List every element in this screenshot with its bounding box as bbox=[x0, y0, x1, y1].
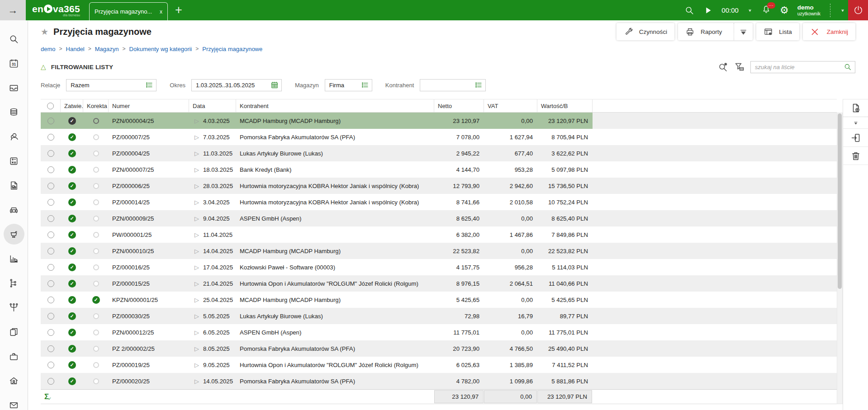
table-row[interactable]: ✓PZN/000007/25▷18.03.2025Bank Kredyt (Ba… bbox=[41, 161, 837, 178]
header-zatwierdzone[interactable]: Zatwie... bbox=[61, 99, 83, 112]
play-icon[interactable] bbox=[703, 5, 713, 15]
breadcrumb-item-1[interactable]: Handel bbox=[66, 46, 85, 52]
search-icon[interactable] bbox=[844, 63, 852, 71]
delete-button[interactable] bbox=[843, 147, 868, 165]
table-row[interactable]: ✓PZN/000009/25▷9.04.2025ASPEN GmbH (Aspe… bbox=[41, 210, 837, 226]
table-row[interactable]: ✓PZN/000004/25▷4.03.2025MCADP Hamburg (M… bbox=[41, 113, 837, 129]
open-document-button[interactable] bbox=[843, 129, 868, 147]
expand-row-icon[interactable]: ▷ bbox=[194, 134, 199, 141]
sidebar-item-vehicle[interactable] bbox=[2, 198, 26, 222]
sidebar-item-documents[interactable] bbox=[2, 320, 26, 344]
breadcrumb-item-0[interactable]: demo bbox=[41, 46, 56, 52]
expand-row-icon[interactable]: ▷ bbox=[194, 231, 199, 238]
header-wartosc[interactable]: Wartość/B bbox=[537, 99, 593, 112]
panel-dropdown-icon[interactable] bbox=[840, 8, 845, 13]
sidebar-item-delivery[interactable] bbox=[2, 173, 26, 198]
row-selector-radio[interactable] bbox=[47, 118, 54, 124]
sidebar-item-workflow[interactable] bbox=[2, 271, 26, 295]
breadcrumb-item-4[interactable]: Przyjęcia magazynowe bbox=[202, 46, 262, 52]
list-picker-icon[interactable] bbox=[474, 81, 483, 89]
filter-heading[interactable]: △ FILTROWANIE LISTY bbox=[41, 63, 113, 71]
favorite-star-icon[interactable]: ★ bbox=[41, 27, 48, 37]
list-picker-icon[interactable] bbox=[145, 81, 153, 89]
row-selector-radio[interactable] bbox=[47, 183, 54, 189]
sidebar-item-home-person[interactable] bbox=[2, 368, 26, 393]
table-row[interactable]: ✓PW/000001/25▷11.04.20256 382,001 467,86… bbox=[41, 226, 837, 243]
row-selector-radio[interactable] bbox=[47, 378, 54, 385]
raporty-dropdown[interactable] bbox=[734, 23, 753, 40]
clock-dropdown-icon[interactable] bbox=[747, 8, 753, 13]
row-selector-radio[interactable] bbox=[47, 150, 54, 157]
zamknij-button[interactable]: Zamknij bbox=[803, 23, 855, 40]
table-row[interactable]: ✓PZ/000004/25▷11.03.2025Lukas Artykuły B… bbox=[41, 145, 837, 161]
table-row[interactable]: ✓PZ/000019/25▷9.05.2025Hurtownia Opon i … bbox=[41, 357, 837, 373]
row-selector-radio[interactable] bbox=[47, 280, 54, 287]
sidebar-item-contacts[interactable] bbox=[2, 124, 26, 149]
expand-row-icon[interactable]: ▷ bbox=[194, 183, 199, 189]
breadcrumb-item-2[interactable]: Magazyn bbox=[95, 46, 119, 52]
row-selector-radio[interactable] bbox=[47, 199, 54, 206]
filter-field-magazyn[interactable]: Firma bbox=[325, 79, 372, 91]
expand-row-icon[interactable]: ▷ bbox=[194, 280, 199, 287]
expand-row-icon[interactable]: ▷ bbox=[194, 313, 199, 320]
settings-gear-icon[interactable]: ⚙ bbox=[780, 5, 789, 15]
table-row[interactable]: ✓PZ/000020/25▷14.05.2025Pomorska Fabryka… bbox=[41, 373, 837, 389]
lista-button[interactable]: Lista bbox=[756, 23, 799, 40]
expand-row-icon[interactable]: ▷ bbox=[194, 118, 199, 124]
row-selector-radio[interactable] bbox=[47, 166, 54, 173]
row-selector-radio[interactable] bbox=[47, 215, 54, 222]
scrollbar-thumb[interactable] bbox=[838, 113, 842, 289]
sidebar-item-database[interactable] bbox=[2, 100, 26, 124]
advanced-search-icon[interactable] bbox=[718, 61, 729, 72]
filter-field-kontrahent[interactable] bbox=[420, 79, 486, 91]
tab-przyjecia-magazynowe[interactable]: Przyjęcia magazyno... x bbox=[89, 2, 168, 20]
table-row[interactable]: ✓PZ/000016/25▷17.04.2025Kozłowski Paweł … bbox=[41, 259, 837, 275]
logout-power-button[interactable] bbox=[848, 0, 868, 20]
more-dropdown-button[interactable] bbox=[843, 117, 868, 129]
row-selector-radio[interactable] bbox=[47, 362, 54, 368]
row-selector-radio[interactable] bbox=[47, 345, 54, 352]
new-tab-button[interactable]: + bbox=[175, 3, 182, 17]
row-selector-radio[interactable] bbox=[47, 313, 54, 320]
sidebar-item-production[interactable] bbox=[2, 246, 26, 271]
table-row[interactable]: ✓PZ/000015/25▷21.04.2025Hurtownia Opon i… bbox=[41, 275, 837, 292]
table-row[interactable]: ✓PZ/000006/25▷28.03.2025Hurtownia motory… bbox=[41, 178, 837, 194]
sidebar-item-integrations[interactable] bbox=[2, 295, 26, 320]
table-row[interactable]: ✓PZN/000010/25▷14.04.2025MCADP Hamburg (… bbox=[41, 243, 837, 259]
row-selector-radio[interactable] bbox=[47, 297, 54, 303]
header-select-all[interactable] bbox=[41, 99, 61, 112]
sidebar-item-briefcase[interactable] bbox=[2, 344, 26, 368]
expand-row-icon[interactable]: ▷ bbox=[194, 329, 199, 336]
sidebar-item-mail[interactable] bbox=[2, 393, 26, 410]
filter-field-okres[interactable]: 1.03.2025..31.05.2025 bbox=[191, 79, 282, 91]
row-selector-radio[interactable] bbox=[47, 264, 54, 271]
table-row[interactable]: ✓✓KPZN/000001/25▷25.04.2025MCADP Hamburg… bbox=[41, 292, 837, 308]
table-row[interactable]: ✓PZN/000012/25▷6.05.2025ASPEN GmbH (Aspe… bbox=[41, 324, 837, 340]
expand-row-icon[interactable]: ▷ bbox=[194, 248, 199, 254]
czynnosci-button[interactable]: Czynności bbox=[617, 23, 674, 40]
user-menu[interactable]: demo uzytkownik bbox=[797, 4, 821, 17]
header-kontrahent[interactable]: Kontrahent bbox=[236, 99, 434, 112]
sidebar-item-trade[interactable] bbox=[4, 224, 24, 245]
row-selector-radio[interactable] bbox=[47, 329, 54, 336]
header-netto[interactable]: Netto bbox=[434, 99, 484, 112]
filter-field-relacje[interactable]: Razem bbox=[66, 79, 157, 91]
expand-row-icon[interactable]: ▷ bbox=[194, 345, 199, 352]
sidebar-item-calendar[interactable]: 31 bbox=[2, 51, 26, 75]
filter-funnel-icon[interactable] bbox=[734, 61, 745, 72]
new-document-button[interactable] bbox=[843, 99, 868, 117]
sidebar-item-search[interactable] bbox=[2, 27, 26, 51]
table-row[interactable]: ✓PZ/000014/25▷3.04.2025Hurtownia motoryz… bbox=[41, 194, 837, 210]
header-numer[interactable]: Numer bbox=[109, 99, 189, 112]
row-selector-radio[interactable] bbox=[47, 134, 54, 141]
expand-row-icon[interactable]: ▷ bbox=[194, 166, 199, 173]
expand-row-icon[interactable]: ▷ bbox=[194, 297, 199, 303]
tab-close-icon[interactable]: x bbox=[160, 9, 162, 15]
row-selector-radio[interactable] bbox=[47, 231, 54, 238]
sidebar-item-inbox[interactable] bbox=[2, 75, 26, 100]
table-row[interactable]: ✓PZ 2/000002/25▷8.05.2025Pomorska Fabryk… bbox=[41, 340, 837, 357]
sidebar-toggle-button[interactable]: → bbox=[0, 0, 26, 20]
expand-row-icon[interactable]: ▷ bbox=[194, 150, 199, 157]
expand-row-icon[interactable]: ▷ bbox=[194, 378, 199, 385]
header-vat[interactable]: VAT bbox=[484, 99, 537, 112]
